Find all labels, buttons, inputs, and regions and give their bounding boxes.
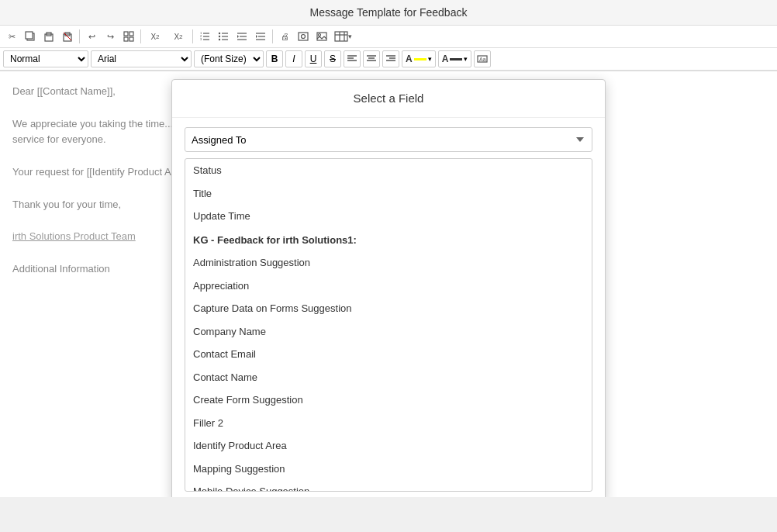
- list-item[interactable]: Company Name: [185, 320, 592, 344]
- svg-rect-9: [124, 37, 128, 41]
- svg-rect-10: [130, 37, 133, 41]
- image-button[interactable]: [313, 28, 330, 45]
- style-select[interactable]: Normal: [3, 50, 88, 67]
- bold-button[interactable]: B: [266, 50, 283, 67]
- superscript-button[interactable]: X2: [144, 28, 166, 45]
- unordered-list-button[interactable]: [215, 28, 232, 45]
- svg-text:Aa: Aa: [479, 57, 486, 62]
- modal-title: Select a Field: [172, 80, 605, 118]
- highlight-color-bar: [414, 58, 426, 60]
- list-item[interactable]: Mapping Suggestion: [185, 458, 592, 481]
- ordered-list-button[interactable]: 123: [196, 28, 213, 45]
- list-item[interactable]: Administration Suggestion: [185, 251, 592, 275]
- list-item[interactable]: Identify Product Area: [185, 434, 592, 458]
- format-more-button[interactable]: [120, 28, 137, 45]
- strikethrough-button[interactable]: S: [324, 50, 341, 67]
- font-color-button[interactable]: A ▾: [438, 50, 472, 67]
- paste-button[interactable]: [40, 28, 57, 45]
- underline-button[interactable]: U: [305, 50, 322, 67]
- italic-button[interactable]: I: [285, 50, 302, 67]
- outdent-button[interactable]: [233, 28, 250, 45]
- page-title: Message Template for Feedback: [0, 0, 777, 26]
- svg-text:3: 3: [200, 37, 202, 41]
- subscript-button[interactable]: X2: [167, 28, 189, 45]
- divider1: [79, 29, 80, 43]
- indent-button[interactable]: [252, 28, 269, 45]
- divider3: [192, 29, 193, 43]
- list-item[interactable]: Mobile Device Suggestion: [185, 480, 592, 492]
- paste-plain-button[interactable]: [59, 28, 76, 45]
- svg-point-34: [319, 34, 321, 36]
- list-section-header: KG - Feedback for irth Solutions1:: [185, 228, 592, 252]
- list-item[interactable]: Filler 2: [185, 412, 592, 435]
- redo-button[interactable]: ↪: [102, 28, 119, 45]
- svg-marker-30: [256, 35, 257, 38]
- svg-point-20: [219, 33, 220, 34]
- svg-point-21: [219, 36, 220, 37]
- svg-rect-1: [26, 32, 33, 39]
- modal-body: Assigned To StatusTitleUpdate TimeKG - F…: [172, 118, 605, 497]
- print-button[interactable]: 🖨: [276, 28, 293, 45]
- toolbar-row1: ✂ ↩ ↪ X2 X2 123 🖨 ▾: [0, 26, 777, 48]
- svg-point-22: [219, 39, 220, 40]
- list-item[interactable]: Status: [185, 159, 592, 182]
- list-item[interactable]: Update Time: [185, 205, 592, 228]
- font-size-select[interactable]: (Font Size): [194, 50, 264, 67]
- insert-field-button[interactable]: Aa: [474, 50, 491, 67]
- editor-area[interactable]: Dear [[Contact Name]], We appreciate you…: [0, 71, 777, 382]
- font-color-bar: [450, 58, 462, 60]
- font-select[interactable]: Arial: [91, 50, 192, 67]
- list-item[interactable]: Contact Email: [185, 343, 592, 366]
- preview-button[interactable]: [295, 28, 312, 45]
- align-left-button[interactable]: [344, 50, 361, 67]
- copy-button[interactable]: [22, 28, 39, 45]
- svg-rect-31: [299, 33, 308, 40]
- divider2: [140, 29, 141, 43]
- list-item[interactable]: Contact Name: [185, 366, 592, 389]
- svg-point-32: [302, 35, 306, 39]
- list-item[interactable]: Title: [185, 182, 592, 206]
- align-center-button[interactable]: [363, 50, 380, 67]
- list-item[interactable]: Capture Data on Forms Suggestion: [185, 297, 592, 320]
- svg-rect-7: [124, 32, 128, 36]
- toolbar-row2: Normal Arial (Font Size) B I U S A ▾ A ▾…: [0, 48, 777, 71]
- svg-marker-26: [237, 35, 239, 38]
- align-right-button[interactable]: [382, 50, 399, 67]
- field-category-dropdown[interactable]: Assigned To: [185, 127, 592, 152]
- list-item[interactable]: Create Form Suggestion: [185, 389, 592, 412]
- svg-rect-8: [130, 32, 133, 36]
- cut-button[interactable]: ✂: [3, 28, 20, 45]
- divider4: [272, 29, 273, 43]
- table-button[interactable]: ▾: [332, 28, 354, 45]
- list-item[interactable]: Appreciation: [185, 275, 592, 298]
- undo-button[interactable]: ↩: [83, 28, 100, 45]
- highlight-button[interactable]: A ▾: [402, 50, 436, 67]
- field-list[interactable]: StatusTitleUpdate TimeKG - Feedback for …: [185, 158, 592, 492]
- svg-rect-35: [335, 32, 347, 41]
- select-field-modal: Select a Field Assigned To StatusTitleUp…: [171, 79, 606, 497]
- main-content: Dear [[Contact Name]], We appreciate you…: [0, 71, 777, 497]
- modal-overlay: Select a Field Assigned To StatusTitleUp…: [0, 71, 777, 382]
